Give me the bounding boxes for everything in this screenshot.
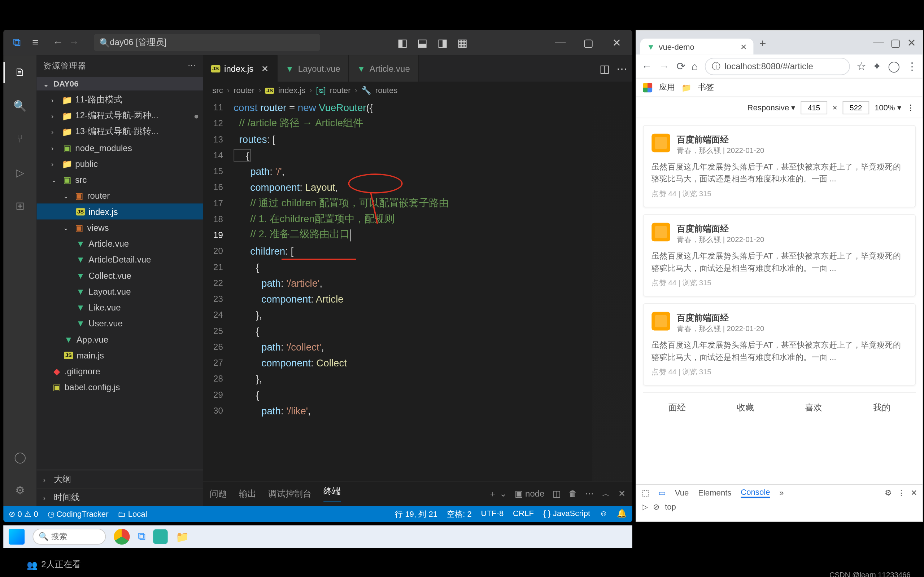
close-icon[interactable]: ✕ [740, 43, 747, 52]
tab-layout-vue[interactable]: ▼Layout.vue [278, 55, 349, 82]
tab-item[interactable]: 收藏 [711, 393, 779, 422]
device-selector[interactable]: Responsive ▾ [748, 103, 795, 112]
command-center[interactable]: 🔍 day06 [管理员] [94, 34, 320, 51]
more-icon[interactable]: ⋯ [585, 488, 594, 499]
panel-left-icon[interactable]: ◧ [395, 36, 410, 49]
profile-icon[interactable]: ◯ [888, 60, 900, 73]
file-babel-config[interactable]: ▣babel.config.js [36, 379, 203, 395]
timeline-section[interactable]: › 时间线 [36, 488, 203, 506]
file-main-js[interactable]: JSmain.js [36, 347, 203, 363]
folder-item[interactable]: ›📁12-编程式导航-两种...● [36, 108, 203, 124]
devtools-vue[interactable]: Vue [675, 488, 689, 497]
account-icon[interactable]: ◯ [11, 448, 30, 466]
folder-item[interactable]: ›📁11-路由模式 [36, 92, 203, 108]
more-icon[interactable]: ⋯ [617, 62, 627, 75]
tab-item[interactable]: 面经 [643, 393, 711, 422]
taskbar-search[interactable]: 🔍 搜索 [32, 529, 106, 545]
bell-icon[interactable]: 🔔 [617, 508, 627, 520]
feedback-icon[interactable]: ☺ [599, 508, 608, 520]
menu-icon[interactable]: ⋮ [907, 60, 918, 73]
extensions-icon[interactable]: ✦ [872, 60, 881, 73]
panel-terminal[interactable]: 终端 [323, 485, 341, 502]
apps-icon[interactable] [643, 83, 652, 92]
article-card[interactable]: 百度前端面经青春，那么骚 | 2022-01-20 虽然百度这几年发展势头落后于… [643, 125, 916, 208]
split-editor-icon[interactable]: ◫ [599, 62, 610, 75]
project-header[interactable]: ⌄ DAY06 [36, 77, 203, 90]
devtools-elements[interactable]: Elements [698, 488, 731, 497]
file-index-js[interactable]: JSindex.js [36, 203, 203, 219]
close-panel-icon[interactable]: ✕ [618, 488, 625, 499]
nav-forward-icon[interactable]: → [69, 36, 79, 48]
explorer-icon[interactable]: 🗎 [11, 63, 30, 82]
more-icon[interactable]: ⋮ [897, 488, 905, 497]
height-input[interactable] [842, 101, 869, 114]
more-tabs-icon[interactable]: » [779, 488, 783, 497]
file-app-vue[interactable]: ▼App.vue [36, 331, 203, 347]
file-vue[interactable]: ▼Collect.vue [36, 267, 203, 283]
window-minimize-icon[interactable]: — [548, 33, 572, 52]
trash-icon[interactable]: 🗑 [569, 488, 577, 499]
file-vue[interactable]: ▼Article.vue [36, 235, 203, 251]
panel-bottom-icon[interactable]: ⬓ [415, 36, 430, 49]
more-icon[interactable]: ⋯ [188, 61, 196, 72]
file-vue[interactable]: ▼ArticleDetail.vue [36, 251, 203, 267]
status-tracker[interactable]: ◷ CodingTracker [48, 509, 109, 519]
new-tab-icon[interactable]: ＋ [753, 32, 772, 55]
nav-back-icon[interactable]: ← [53, 36, 63, 48]
source-control-icon[interactable]: ⑂ [11, 130, 30, 148]
play-icon[interactable]: ▷ [642, 502, 648, 511]
window-close-icon[interactable]: ✕ [907, 36, 916, 49]
url-box[interactable]: ⓘlocalhost:8080/#/article [704, 58, 850, 75]
window-maximize-icon[interactable]: ▢ [577, 33, 600, 52]
more-icon[interactable]: ⋮ [907, 103, 914, 112]
terminal-node[interactable]: ▣ node [515, 488, 544, 499]
breadcrumb[interactable]: src› router› JSindex.js› [ᴓ]router› 🔧rou… [203, 82, 632, 99]
status-eol[interactable]: CRLF [513, 508, 534, 520]
taskbar-chrome-icon[interactable] [114, 529, 129, 545]
file-gitignore[interactable]: ◆.gitignore [36, 363, 203, 379]
tab-item[interactable]: 喜欢 [779, 393, 848, 422]
folder-node-modules[interactable]: ›▣node_modules [36, 140, 203, 155]
star-icon[interactable]: ☆ [856, 60, 866, 73]
new-terminal-icon[interactable]: ＋ ⌄ [488, 488, 507, 500]
status-errors[interactable]: ⊘ 0 ⚠ 0 [9, 509, 38, 519]
status-local[interactable]: 🗀 Local [118, 509, 147, 519]
debug-icon[interactable]: ▷ [11, 163, 30, 182]
file-vue[interactable]: ▼User.vue [36, 315, 203, 331]
status-encoding[interactable]: UTF-8 [481, 508, 504, 520]
tab-index-js[interactable]: JSindex.js✕ [203, 55, 277, 82]
status-lang[interactable]: { } JavaScript [543, 508, 590, 520]
window-minimize-icon[interactable]: — [873, 36, 884, 49]
phone-viewport[interactable]: 百度前端面经青春，那么骚 | 2022-01-20 虽然百度这几年发展势头落后于… [636, 118, 922, 484]
context-selector[interactable]: top [665, 502, 676, 511]
panel-right-icon[interactable]: ◨ [435, 36, 450, 49]
window-close-icon[interactable]: ✕ [604, 33, 628, 52]
folder-item[interactable]: ›📁13-编程式导航-跳转... [36, 124, 203, 140]
back-icon[interactable]: ← [642, 60, 653, 72]
split-terminal-icon[interactable]: ◫ [552, 488, 561, 499]
taskbar-vscode-icon[interactable]: ⧉ [138, 531, 145, 543]
folder-public[interactable]: ›📁public [36, 155, 203, 171]
taskbar-explorer-icon[interactable]: 📁 [176, 530, 189, 543]
file-vue[interactable]: ▼Like.vue [36, 299, 203, 315]
start-button[interactable] [9, 529, 24, 545]
panel-debug[interactable]: 调试控制台 [268, 488, 312, 500]
browser-tab[interactable]: ▼vue-demo✕ [640, 39, 753, 55]
panel-problems[interactable]: 问题 [210, 488, 227, 500]
code-editor[interactable]: 11const router = new VueRouter({ 12 // /… [203, 99, 632, 481]
chevron-up-icon[interactable]: ︿ [602, 488, 611, 500]
folder-src[interactable]: ⌄▣src [36, 172, 203, 187]
gear-icon[interactable]: ⚙ [885, 488, 892, 497]
window-maximize-icon[interactable]: ▢ [890, 36, 901, 49]
home-icon[interactable]: ⌂ [691, 60, 698, 72]
close-icon[interactable]: ✕ [261, 63, 268, 74]
tab-item[interactable]: 我的 [848, 393, 916, 422]
device-toggle-icon[interactable]: ▭ [658, 488, 666, 497]
panel-output[interactable]: 输出 [239, 488, 256, 500]
folder-views[interactable]: ⌄▣views [36, 220, 203, 235]
menu-button[interactable]: ≡ [26, 36, 45, 48]
taskbar-app-icon[interactable] [153, 529, 168, 544]
outline-section[interactable]: › 大纲 [36, 470, 203, 488]
folder-router[interactable]: ⌄▣router [36, 187, 203, 203]
status-cursor-pos[interactable]: 行 19, 列 21 [395, 508, 438, 520]
